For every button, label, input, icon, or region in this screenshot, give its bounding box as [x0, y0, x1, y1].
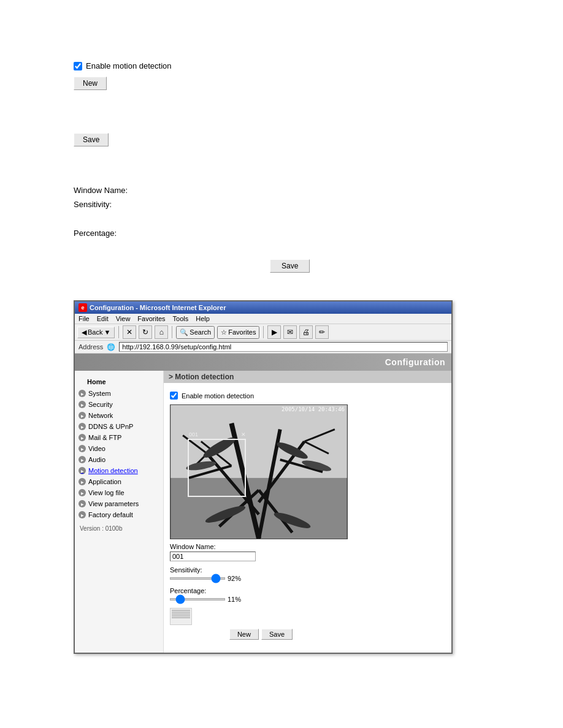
stop-button[interactable]: ✕ [123, 325, 136, 339]
bullet-viewlog [79, 489, 86, 496]
browser-menubar: File Edit View Favorites Tools Help [75, 314, 451, 324]
sidebar-item-ddns[interactable]: DDNS & UPnP [75, 421, 163, 432]
detection-box-close[interactable]: ✕ [241, 431, 246, 438]
bottom-buttons: New Save [170, 629, 293, 640]
toolbar-sep-3 [263, 326, 264, 338]
sidebar-item-audio[interactable]: Audio [75, 454, 163, 465]
sidebar-item-mail[interactable]: Mail & FTP [75, 432, 163, 443]
bullet-viewparams [79, 500, 86, 507]
browser-title: Configuration - Microsoft Internet Explo… [90, 304, 226, 311]
sidebar-item-viewlog[interactable]: View log file [75, 487, 163, 498]
menu-tools[interactable]: Tools [173, 315, 189, 322]
sidebar-item-viewparams[interactable]: View parameters [75, 498, 163, 509]
sensitivity-slider[interactable] [170, 577, 225, 580]
enable-motion-label-inner: Enable motion detection [182, 392, 254, 400]
enable-motion-row: Enable motion detection [74, 61, 563, 70]
config-header: Configuration [75, 354, 451, 371]
enable-motion-checkbox[interactable] [74, 62, 82, 70]
favorites-button[interactable]: ☆ Favorites [217, 326, 259, 339]
mail-button[interactable]: ✉ [283, 325, 297, 339]
back-icon: ◀ [82, 328, 86, 336]
sidebar-item-factory[interactable]: Factory default [75, 509, 163, 520]
dropdown-icon: ▼ [104, 328, 110, 336]
print-button[interactable]: 🖨 [299, 325, 313, 339]
sidebar-item-network[interactable]: Network [75, 410, 163, 421]
bullet-security [79, 401, 86, 408]
percentage-slider-row: 11% [170, 596, 293, 603]
browser-content: Home System Security Network DDNS & UPnP [75, 371, 451, 653]
save-section-middle: Save [0, 259, 563, 273]
toolbar-sep-2 [172, 326, 172, 338]
right-panel: Window Name: Sensitivity: 92% Percentage… [170, 539, 293, 640]
menu-view[interactable]: View [116, 315, 131, 322]
bullet-mail [79, 434, 86, 441]
star-icon: ☆ [221, 328, 227, 336]
menu-favorites[interactable]: Favorites [137, 315, 165, 322]
percentage-label-inner: Percentage: [170, 587, 293, 594]
enable-check-row: Enable motion detection [170, 392, 445, 400]
browser-toolbar: ◀ Back ▼ ✕ ↻ ⌂ 🔍 Search ☆ Favorites ▶ ✉ … [75, 324, 451, 341]
detection-box[interactable]: 001 ✕ [188, 439, 246, 497]
bullet-audio [79, 456, 86, 463]
camera-section: 2005/10/14 20:43:46 [170, 404, 445, 640]
sidebar-item-system[interactable]: System [75, 388, 163, 399]
bullet-video [79, 445, 86, 452]
home-icon-btn[interactable]: ⌂ [155, 325, 168, 339]
sensitivity-label-inner: Sensitivity: [170, 566, 293, 574]
sidebar-version: Version : 0100b [75, 520, 163, 534]
bullet-network [79, 412, 86, 419]
content-area: Enable motion detection 2005/10/14 20:43… [164, 388, 451, 643]
sidebar-item-security[interactable]: Security [75, 399, 163, 410]
refresh-button[interactable]: ↻ [139, 325, 152, 339]
browser-titlebar: e Configuration - Microsoft Internet Exp… [75, 301, 451, 314]
address-label: Address [79, 343, 103, 351]
camera-timestamp: 2005/10/14 20:43:46 [282, 406, 345, 412]
sidebar-item-application[interactable]: Application [75, 476, 163, 487]
save-button-middle[interactable]: Save [270, 259, 310, 273]
new-button-inner[interactable]: New [229, 629, 259, 640]
sensitivity-value: 92% [228, 575, 245, 582]
percentage-value: 11% [228, 596, 245, 603]
browser-addressbar: Address 🌐 [75, 341, 451, 354]
window-name-label: Window Name: [74, 183, 563, 197]
main-panel: > Motion detection Enable motion detecti… [164, 371, 451, 653]
thumbnail-strip [170, 608, 293, 625]
window-info-section: Window Name: Sensitivity: Percentage: [0, 183, 563, 241]
menu-help[interactable]: Help [196, 315, 210, 322]
bullet-ddns [79, 423, 86, 430]
camera-preview: 2005/10/14 20:43:46 [170, 404, 348, 539]
browser-window: e Configuration - Microsoft Internet Exp… [74, 300, 453, 654]
sidebar-item-home[interactable]: Home [75, 376, 163, 388]
enable-motion-checkbox-inner[interactable] [170, 392, 178, 400]
sensitivity-label: Sensitivity: [74, 197, 563, 211]
edit-button[interactable]: ✏ [315, 325, 329, 339]
window-name-label-inner: Window Name: [170, 543, 293, 550]
menu-edit[interactable]: Edit [97, 315, 109, 322]
detection-box-label: 001 [189, 431, 198, 438]
save-button-inner[interactable]: Save [261, 629, 293, 640]
bullet-system [79, 390, 86, 397]
bullet-factory [79, 511, 86, 518]
sidebar-item-motion[interactable]: Motion detection [75, 465, 163, 476]
back-button[interactable]: ◀ Back ▼ [77, 327, 115, 338]
sensitivity-slider-row: 92% [170, 575, 293, 582]
media-button[interactable]: ▶ [267, 325, 281, 339]
window-name-input[interactable] [170, 552, 256, 561]
sidebar-item-video[interactable]: Video [75, 443, 163, 454]
percentage-label: Percentage: [74, 226, 563, 240]
save-button-top[interactable]: Save [74, 133, 109, 146]
toolbar-sep-1 [118, 326, 119, 338]
bullet-application [79, 478, 86, 485]
search-button[interactable]: 🔍 Search [176, 326, 215, 339]
percentage-slider[interactable] [170, 598, 225, 601]
sidebar: Home System Security Network DDNS & UPnP [75, 371, 164, 653]
globe-icon: 🌐 [107, 343, 115, 351]
save-section-top: Save [0, 133, 563, 146]
menu-file[interactable]: File [79, 315, 90, 322]
thumb-1[interactable] [170, 608, 192, 625]
section-title: > Motion detection [164, 371, 451, 383]
enable-motion-label: Enable motion detection [86, 61, 171, 70]
address-input[interactable] [119, 342, 448, 352]
new-button-top[interactable]: New [74, 77, 107, 90]
bullet-motion [79, 467, 86, 474]
